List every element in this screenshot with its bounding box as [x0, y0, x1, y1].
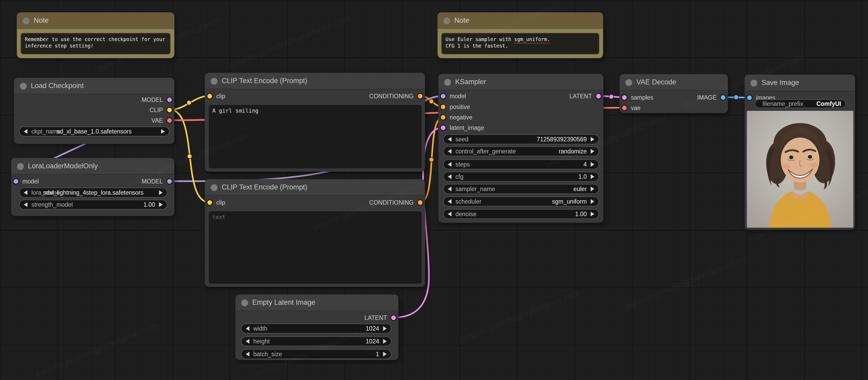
node-title-bar[interactable]: CLIP Text Encode (Prompt): [205, 73, 425, 89]
collapse-dot-icon[interactable]: [211, 184, 218, 191]
vae-decode-node[interactable]: VAE Decode samples IMAGE vae: [619, 74, 728, 113]
collapse-dot-icon[interactable]: [750, 80, 757, 87]
model-output-port[interactable]: [166, 97, 173, 103]
prompt-textarea[interactable]: A girl smiling: [208, 105, 422, 169]
vae-output-port[interactable]: [166, 117, 173, 124]
increment-arrow-icon[interactable]: [591, 162, 594, 167]
decrement-arrow-icon[interactable]: [24, 129, 27, 134]
collapse-dot-icon[interactable]: [443, 18, 450, 24]
collapse-dot-icon[interactable]: [23, 18, 30, 24]
increment-arrow-icon[interactable]: [591, 199, 594, 204]
decrement-arrow-icon[interactable]: [24, 202, 27, 207]
node-title-bar[interactable]: KSampler: [438, 74, 603, 90]
node-title-bar[interactable]: Empty Latent Image: [236, 295, 398, 311]
node-title-bar[interactable]: Load Checkpoint: [14, 78, 174, 94]
collapse-dot-icon[interactable]: [241, 299, 248, 306]
port-row-latent: latent_image: [440, 123, 602, 133]
collapse-dot-icon[interactable]: [20, 83, 27, 90]
clip-input-port[interactable]: [207, 199, 213, 206]
increment-arrow-icon[interactable]: [591, 212, 594, 216]
decrement-arrow-icon[interactable]: [448, 137, 452, 142]
widget-value: 1024: [366, 338, 379, 345]
widget-label: scheduler: [456, 198, 482, 205]
decrement-arrow-icon[interactable]: [246, 339, 249, 344]
height-widget[interactable]: height 1024: [241, 337, 392, 346]
increment-arrow-icon[interactable]: [159, 202, 163, 207]
batch-size-widget[interactable]: batch_size 1: [241, 349, 392, 359]
clip-output-port[interactable]: [166, 107, 173, 113]
decrement-arrow-icon[interactable]: [24, 190, 27, 195]
model-input-port[interactable]: [440, 93, 446, 99]
node-title-bar[interactable]: CLIP Text Encode (Prompt): [205, 179, 425, 196]
load-checkpoint-node[interactable]: Load Checkpoint MODEL CLIP VAE ckpt_name…: [14, 78, 175, 144]
clip-text-encode-negative-node[interactable]: CLIP Text Encode (Prompt) clip CONDITION…: [205, 179, 425, 287]
collapse-dot-icon[interactable]: [444, 79, 451, 86]
lora-name-widget[interactable]: lora_name sdxl_lightning_4step_lora.safe…: [19, 188, 167, 198]
lora-loader-node[interactable]: LoraLoaderModelOnly model MODEL lora_nam…: [11, 158, 175, 216]
conditioning-output-port[interactable]: [417, 199, 423, 206]
decrement-arrow-icon[interactable]: [448, 174, 452, 179]
note-text-area[interactable]: Use Euler sampler with sgm_uniform. CFG …: [441, 33, 599, 54]
collapse-dot-icon[interactable]: [211, 78, 218, 85]
images-input-port[interactable]: [746, 95, 752, 101]
model-input-port[interactable]: [13, 178, 19, 184]
model-output-port[interactable]: [166, 178, 173, 184]
increment-arrow-icon[interactable]: [383, 326, 387, 331]
increment-arrow-icon[interactable]: [591, 186, 594, 191]
latent-output-port[interactable]: [391, 315, 397, 321]
latent-image-input-port[interactable]: [440, 125, 446, 131]
increment-arrow-icon[interactable]: [159, 190, 163, 195]
note-node-sampler[interactable]: Note Use Euler sampler with sgm_uniform.…: [437, 12, 603, 58]
scheduler-widget[interactable]: scheduler sgm_uniform: [443, 197, 599, 206]
samples-input-port[interactable]: [621, 94, 627, 100]
increment-arrow-icon[interactable]: [591, 149, 594, 154]
note-title-bar[interactable]: Note: [17, 12, 174, 29]
note-text-area[interactable]: Remember to use the correct checkpoint f…: [21, 33, 170, 54]
image-output-port[interactable]: [720, 94, 726, 100]
widget-value: 1: [376, 351, 379, 358]
decrement-arrow-icon[interactable]: [448, 149, 452, 154]
empty-latent-image-node[interactable]: Empty Latent Image LATENT width 1024 hei…: [235, 294, 399, 360]
negative-input-port[interactable]: [440, 114, 446, 120]
vae-input-port[interactable]: [621, 105, 627, 111]
cfg-widget[interactable]: cfg 1.0: [443, 172, 599, 182]
node-title-bar[interactable]: LoraLoaderModelOnly: [11, 158, 174, 175]
denoise-widget[interactable]: denoise 1.00: [443, 209, 599, 219]
sampler-name-widget[interactable]: sampler_name euler: [443, 184, 599, 194]
node-title: VAE Decode: [637, 74, 676, 90]
node-title-bar[interactable]: VAE Decode: [620, 74, 728, 91]
width-widget[interactable]: width 1024: [241, 324, 392, 333]
decrement-arrow-icon[interactable]: [448, 162, 452, 167]
decrement-arrow-icon[interactable]: [448, 212, 452, 216]
clip-text-encode-positive-node[interactable]: CLIP Text Encode (Prompt) clip CONDITION…: [205, 72, 425, 172]
increment-arrow-icon[interactable]: [383, 352, 387, 356]
note-title-bar[interactable]: Note: [438, 12, 603, 29]
steps-widget[interactable]: steps 4: [443, 159, 599, 169]
increment-arrow-icon[interactable]: [383, 339, 387, 344]
decrement-arrow-icon[interactable]: [448, 186, 452, 191]
save-image-node[interactable]: Save Image images filename_prefix ComfyU…: [744, 75, 855, 230]
note-node-checkpoint[interactable]: Note Remember to use the correct checkpo…: [17, 12, 175, 58]
control-after-generate-widget[interactable]: control_after_generate randomize: [443, 146, 599, 156]
collapse-dot-icon[interactable]: [625, 79, 632, 86]
increment-arrow-icon[interactable]: [591, 137, 594, 142]
node-title-bar[interactable]: Save Image: [745, 75, 855, 91]
decrement-arrow-icon[interactable]: [246, 352, 249, 356]
increment-arrow-icon[interactable]: [591, 174, 594, 179]
filename-prefix-widget[interactable]: filename_prefix ComfyUI: [755, 99, 846, 108]
decrement-arrow-icon[interactable]: [246, 326, 249, 331]
node-graph-canvas[interactable]: Note Remember to use the correct checkpo…: [0, 0, 868, 380]
positive-input-port[interactable]: [440, 104, 446, 110]
conditioning-output-port[interactable]: [417, 93, 423, 99]
port-row-positive: positive: [440, 102, 602, 112]
strength-model-widget[interactable]: strength_model 1.00: [19, 200, 167, 210]
decrement-arrow-icon[interactable]: [448, 199, 452, 204]
collapse-dot-icon[interactable]: [17, 163, 24, 170]
ckpt-name-widget[interactable]: ckpt_name sd_xl_base_1.0.safetensors: [19, 126, 169, 137]
ksampler-node[interactable]: KSampler model LATENT positive negative …: [438, 74, 603, 223]
prompt-textarea[interactable]: text: [208, 211, 422, 284]
seed-widget[interactable]: seed 712589392390569: [443, 134, 599, 144]
increment-arrow-icon[interactable]: [161, 129, 165, 134]
clip-input-port[interactable]: [207, 93, 213, 99]
latent-output-port[interactable]: [595, 93, 602, 99]
